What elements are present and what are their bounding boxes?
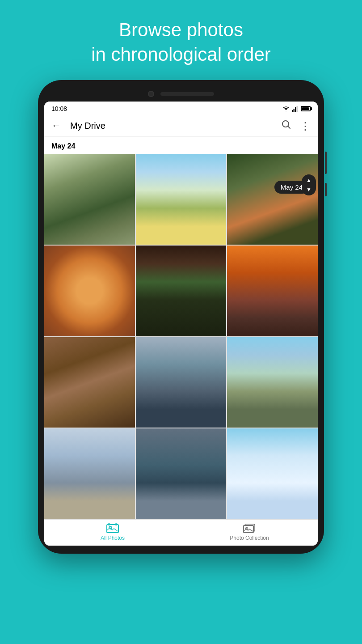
photo-cell-10[interactable] [44, 428, 135, 519]
phone-notch [44, 88, 318, 102]
header-title: Browse photos in chronological order [91, 18, 271, 67]
status-icons [282, 106, 311, 112]
nav-label-all-photos: All Photos [101, 535, 125, 541]
phone-side-button [325, 152, 327, 174]
signal-icon [292, 106, 298, 112]
photo-cell-11[interactable] [136, 428, 227, 519]
photo-cell-9[interactable] [227, 337, 318, 428]
wifi-icon [282, 106, 290, 112]
phone-speaker [160, 92, 214, 96]
phone-side-button2 [325, 183, 327, 196]
back-button[interactable]: ← [51, 121, 61, 131]
photo-cell-7[interactable] [44, 337, 135, 428]
svg-rect-2 [295, 107, 296, 112]
photo-cell-4[interactable] [44, 246, 135, 336]
svg-rect-1 [294, 109, 295, 112]
photo-collection-icon [243, 523, 256, 533]
photo-grid: May 24 ▲ ▼ [44, 154, 318, 519]
status-bar: 10:08 [44, 102, 318, 115]
photo-cell-12[interactable] [227, 428, 318, 519]
status-time: 10:08 [51, 105, 67, 112]
photo-cell-3[interactable] [227, 154, 318, 245]
photo-cell-5[interactable] [136, 246, 227, 336]
photo-cell-6[interactable] [227, 246, 318, 336]
phone-wrapper: 10:08 [34, 80, 328, 644]
nav-item-photo-collection[interactable]: Photo Collection [181, 523, 318, 541]
svg-rect-12 [244, 525, 253, 533]
app-bar: ← My Drive ⋮ [44, 115, 318, 137]
header-section: Browse photos in chronological order [64, 0, 298, 80]
date-label: May 24 [51, 142, 75, 150]
battery-icon [301, 106, 311, 111]
scroll-up-arrow[interactable]: ▲ [303, 176, 315, 184]
date-header: May 24 [44, 137, 318, 154]
phone-frame: 10:08 [38, 80, 324, 554]
nav-item-all-photos[interactable]: All Photos [44, 523, 181, 541]
app-bar-right: ⋮ [281, 119, 311, 132]
scroll-arrows[interactable]: ▲ ▼ [302, 174, 316, 195]
all-photos-icon [106, 523, 119, 533]
app-bar-left: ← My Drive [51, 121, 105, 131]
svg-rect-0 [292, 110, 293, 112]
more-button[interactable]: ⋮ [300, 122, 311, 130]
search-button[interactable] [281, 119, 291, 132]
photo-cell-2[interactable] [136, 154, 227, 245]
phone-screen: 10:08 [44, 102, 318, 546]
bottom-nav: All Photos Photo Collection [44, 519, 318, 546]
nav-label-photo-collection: Photo Collection [230, 535, 269, 541]
phone-camera [148, 91, 154, 97]
scroll-down-arrow[interactable]: ▼ [303, 186, 315, 194]
photo-cell-8[interactable] [136, 337, 227, 428]
svg-rect-3 [297, 106, 298, 112]
app-title: My Drive [70, 121, 105, 131]
svg-line-5 [288, 127, 290, 129]
photo-cell-1[interactable] [44, 154, 135, 245]
